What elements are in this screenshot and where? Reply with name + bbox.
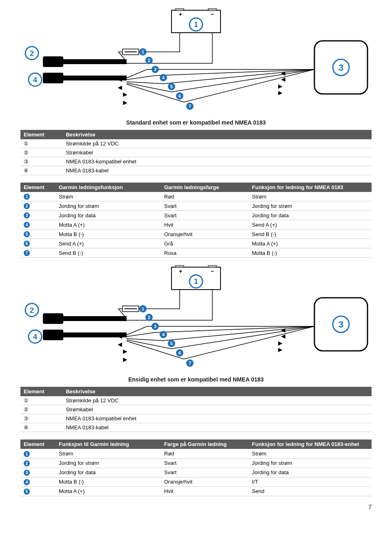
th: Garmin ledningsfunksjon	[56, 183, 161, 192]
cell: Rød	[161, 449, 249, 458]
cell: Strøm	[56, 192, 161, 201]
row-key: ②	[24, 406, 29, 413]
row-key: ③	[24, 158, 29, 165]
th: Element	[20, 439, 56, 449]
cell: Send	[249, 486, 372, 496]
svg-rect-46	[43, 313, 63, 324]
row-key: ③	[24, 415, 29, 422]
svg-rect-47	[43, 330, 63, 340]
cell: Jording for data	[56, 211, 161, 220]
row-val: NMEA 0183-kompatibel enhet	[62, 414, 372, 423]
wire-num: 2	[24, 460, 30, 466]
svg-text:6: 6	[178, 350, 181, 355]
svg-text:3: 3	[154, 324, 156, 329]
table-wiring-1: Element Garmin ledningsfunksjon Garmin l…	[20, 183, 372, 258]
row-key: ①	[24, 141, 29, 147]
cell: Jording for strøm	[249, 201, 372, 211]
cell: Svart	[161, 458, 249, 468]
table-wiring-2: Element Funksjon til Garmin ledning Farg…	[20, 439, 372, 496]
caption-standard: Standard enhet som er kompatibel med NME…	[20, 119, 372, 126]
cell: Jording for data	[249, 211, 372, 220]
cell: Svart	[161, 211, 249, 220]
svg-text:5: 5	[170, 84, 173, 89]
wire-num: 1	[24, 451, 30, 457]
svg-rect-15	[43, 73, 63, 83]
wire-num: 6	[24, 241, 30, 247]
cell: Send B (-)	[56, 248, 161, 258]
svg-text:1: 1	[142, 306, 144, 311]
cell: Jording for strøm	[56, 201, 161, 211]
svg-text:7: 7	[189, 104, 191, 109]
svg-text:1: 1	[194, 20, 198, 29]
svg-text:3: 3	[339, 62, 343, 73]
cell: I/T	[249, 477, 372, 486]
row-val: Strømkabel	[62, 405, 372, 414]
cell: Oransje/hvit	[161, 477, 249, 486]
svg-text:2: 2	[30, 49, 34, 58]
cell: Rød	[161, 192, 249, 201]
wiring-diagram-ensidig: + − 1 3 2 4 1 2 3 4 5 6 7	[20, 265, 372, 371]
cell: Jording for strøm	[249, 458, 372, 468]
row-val: Strømkabel	[62, 148, 372, 157]
svg-text:2: 2	[148, 58, 150, 63]
row-key: ④	[24, 167, 29, 174]
th: Farge på Garmin ledning	[161, 439, 249, 449]
table-elements-1: Element Beskrivelse ①Strømkilde på 12 VD…	[20, 130, 372, 175]
svg-text:1: 1	[142, 49, 144, 54]
page-number: 7	[20, 504, 372, 510]
th: Funksjon for ledning for NMEA 0183-enhet	[249, 439, 372, 449]
cell: Motta B (-)	[56, 477, 161, 486]
cell: Motta B (-)	[249, 248, 372, 258]
th: Funksjon til Garmin ledning	[56, 439, 161, 449]
svg-text:2: 2	[30, 306, 34, 314]
svg-text:3: 3	[339, 319, 343, 330]
caption-ensidig: Ensidig enhet som er kompatibel med NMEA…	[20, 376, 372, 383]
svg-text:−: −	[211, 268, 214, 274]
cell: Jording for strøm	[56, 458, 161, 468]
cell: Motta A (+)	[56, 486, 161, 496]
wire-num: 5	[24, 231, 30, 237]
svg-text:+: +	[179, 268, 182, 274]
th: Funksjon for ledning for NMEA 0183	[249, 183, 372, 192]
row-val: NMEA 0183-kompatibel enhet	[62, 157, 372, 166]
cell: Jording for data	[249, 468, 372, 477]
cell: Oransje/hvit	[161, 230, 249, 239]
wiring-diagram-standard: + − 1 3 2 4 1 2 3 4 5 6 7	[20, 8, 372, 114]
cell: Grå	[161, 239, 249, 248]
cell: Strøm	[249, 449, 372, 458]
svg-rect-1	[176, 8, 184, 11]
th: Garmin ledningsfarge	[161, 183, 249, 192]
cell: Hvit	[161, 220, 249, 230]
cell: Motta A (+)	[249, 239, 372, 248]
cell: Svart	[161, 468, 249, 477]
cell: Send A (+)	[56, 239, 161, 248]
svg-text:+: +	[179, 11, 182, 18]
svg-text:4: 4	[33, 333, 37, 341]
cell: Motta A (+)	[56, 220, 161, 230]
svg-text:1: 1	[194, 277, 198, 285]
th: Element	[20, 387, 62, 396]
wire-num: 7	[24, 250, 30, 256]
row-val: NMEA 0183-kabel	[62, 423, 372, 432]
svg-text:5: 5	[170, 341, 173, 346]
svg-text:−: −	[211, 11, 214, 18]
wire-num: 4	[24, 222, 30, 228]
row-val: NMEA 0183-kabel	[62, 166, 372, 175]
wire-num: 1	[24, 194, 30, 200]
wire-num: 3	[24, 470, 30, 476]
cell: Motta B (-)	[56, 230, 161, 239]
row-key: ④	[24, 424, 29, 430]
cell: Strøm	[249, 192, 372, 201]
th: Beskrivelse	[62, 130, 372, 139]
th: Element	[20, 183, 56, 192]
row-val: Strømkilde på 12 VDC	[62, 396, 372, 405]
cell: Svart	[161, 201, 249, 211]
row-val: Strømkilde på 12 VDC	[62, 139, 372, 148]
cell: Send B (-)	[249, 230, 372, 239]
wire-num: 2	[24, 203, 30, 209]
cell: Send A (+)	[249, 220, 372, 230]
cell: Rosa	[161, 248, 249, 258]
table-elements-2: Element Beskrivelse ①Strømkilde på 12 VD…	[20, 387, 372, 432]
row-key: ②	[24, 149, 29, 156]
svg-rect-34	[208, 265, 216, 268]
